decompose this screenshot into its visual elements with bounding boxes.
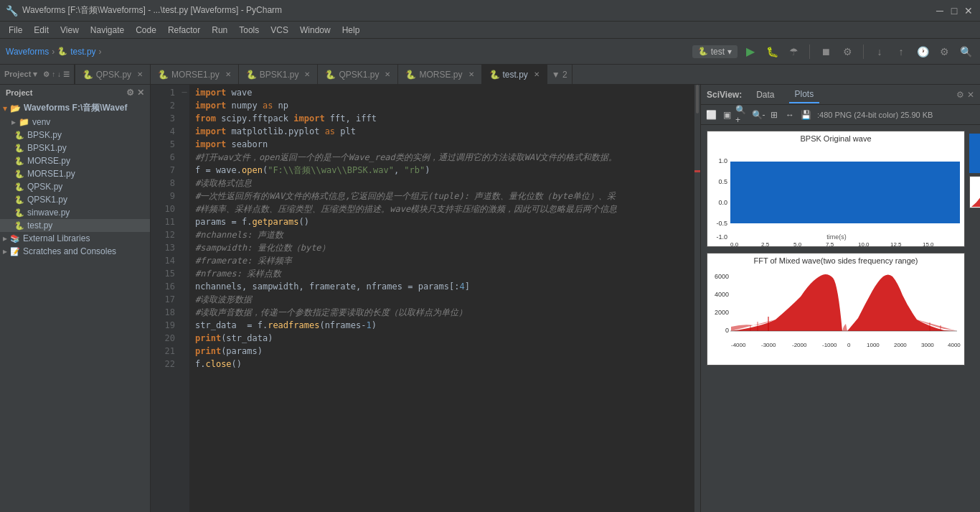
- menu-window[interactable]: Window: [294, 24, 336, 37]
- zoom-width-button[interactable]: ↔: [783, 108, 797, 122]
- tab-overflow[interactable]: ▼ 2: [547, 65, 573, 85]
- tab-bpsk1[interactable]: 🐍 BPSK1.py ✕: [239, 65, 319, 85]
- sidebar-item-waveforms-root[interactable]: ▾ 📂 Waveforms F:\音频\Wavef: [0, 101, 150, 116]
- sciview-close-icon[interactable]: ✕: [967, 90, 974, 100]
- tab-qpsk-close[interactable]: ✕: [137, 70, 143, 78]
- breadcrumb-file-icon: 🐍: [57, 47, 67, 56]
- close-button[interactable]: ✕: [963, 5, 974, 17]
- settings-button[interactable]: ⚙: [936, 43, 953, 60]
- sciview-tab-data[interactable]: Data: [750, 87, 780, 103]
- coverage-button[interactable]: ☂: [785, 43, 802, 60]
- sidebar-item-test[interactable]: 🐍 test.py: [0, 219, 150, 232]
- menu-run[interactable]: Run: [206, 24, 233, 37]
- chart2-title: FFT of Mixed wave(two sides frequency ra…: [707, 253, 964, 268]
- run-button[interactable]: ▶: [742, 43, 759, 60]
- tab-bpsk1-close[interactable]: ✕: [304, 70, 310, 78]
- tab-qpsk[interactable]: 🐍 QPSK.py ✕: [75, 65, 151, 85]
- menu-bar: File Edit View Navigate Code Refactor Ru…: [0, 22, 980, 39]
- minimize-button[interactable]: ─: [934, 5, 946, 17]
- stop-button[interactable]: ⏹: [817, 43, 834, 60]
- editor-content[interactable]: 1234 5678 9101112 13141516 17181920 2122…: [151, 85, 700, 512]
- svg-text:4000: 4000: [948, 342, 961, 348]
- code-editor[interactable]: import wave import numpy as np from scip…: [189, 85, 694, 512]
- save-image-button[interactable]: 💾: [798, 108, 813, 122]
- sciview-images-area: BPSK Original wave 1.0 0.5 0.0 -0.5 -1.0…: [701, 125, 980, 512]
- breadcrumb-sep2: ›: [99, 47, 102, 57]
- tab-qpsk-label: QPSK.py: [96, 70, 131, 80]
- actual-size-button[interactable]: ▣: [720, 108, 734, 122]
- tab-qpsk1-close[interactable]: ✕: [385, 70, 390, 78]
- zoom-in-button[interactable]: 🔍+: [735, 108, 750, 122]
- tab-qpsk1[interactable]: 🐍 QPSK1.py ✕: [318, 65, 398, 85]
- sidebar-item-sinwave[interactable]: 🐍 sinwave.py: [0, 206, 150, 219]
- menu-navigate[interactable]: Navigate: [85, 24, 130, 37]
- python-file-icon7: 🐍: [14, 208, 24, 218]
- sidebar-item-scratches-label: Scratches and Consoles: [23, 246, 116, 256]
- git-update-button[interactable]: ↓: [871, 43, 888, 60]
- python-file-icon3: 🐍: [14, 157, 24, 166]
- fit-page-button[interactable]: ⬜: [704, 108, 718, 122]
- sidebar-item-morse1[interactable]: 🐍 MORSE1.py: [0, 167, 150, 180]
- svg-text:5.0: 5.0: [793, 241, 802, 246]
- sidebar-settings-icon[interactable]: ⚙: [126, 88, 134, 98]
- tab-test-close[interactable]: ✕: [534, 70, 540, 78]
- tab-qpsk-icon: 🐍: [83, 70, 93, 80]
- menu-edit[interactable]: Edit: [28, 24, 55, 37]
- tab-project[interactable]: Project ▾ ⚙ ↑ ↓ ☰: [0, 65, 75, 85]
- editor-scrollbar[interactable]: [694, 85, 700, 512]
- debug-button[interactable]: 🐛: [763, 43, 781, 60]
- toolbar: Waveforms › 🐍 test.py › 🐍 test ▾ ▶ 🐛 ☂ ⏹…: [0, 39, 980, 65]
- svg-text:time(s): time(s): [826, 233, 847, 241]
- python-file-icon8: 🐍: [14, 221, 24, 231]
- sidebar-item-ext-libs[interactable]: ▸ 📚 External Libraries: [0, 232, 150, 245]
- svg-text:3000: 3000: [921, 342, 934, 348]
- menu-vcs[interactable]: VCS: [265, 24, 294, 37]
- sciview-settings-icon[interactable]: ⚙: [956, 90, 964, 100]
- sidebar-item-test-label: test.py: [27, 220, 52, 231]
- svg-text:2.5: 2.5: [761, 241, 770, 246]
- sidebar-item-bpsk[interactable]: 🐍 BPSK.py: [0, 129, 150, 141]
- sidebar-item-morse[interactable]: 🐍 MORSE.py: [0, 154, 150, 167]
- menu-view[interactable]: View: [55, 24, 85, 37]
- search-everywhere-button[interactable]: 🔍: [957, 43, 974, 60]
- svg-rect-13: [730, 162, 960, 223]
- git-history-button[interactable]: 🕐: [914, 43, 931, 60]
- svg-text:0: 0: [725, 327, 729, 334]
- maximize-button[interactable]: □: [948, 5, 960, 17]
- tab-morse1-close[interactable]: ✕: [225, 70, 231, 78]
- sciview-title: SciView:: [707, 90, 742, 100]
- thumbnail-bpsk[interactable]: [969, 134, 980, 173]
- zoom-out-button[interactable]: 🔍-: [751, 108, 765, 122]
- menu-code[interactable]: Code: [130, 24, 162, 37]
- scratches-icon: 📝: [10, 247, 20, 256]
- svg-text:-0.5: -0.5: [716, 220, 727, 227]
- sidebar-item-sinwave-label: sinwave.py: [27, 208, 70, 218]
- sidebar-item-qpsk[interactable]: 🐍 QPSK.py: [0, 180, 150, 193]
- build-button[interactable]: ⚙: [839, 43, 856, 60]
- sidebar-close-icon[interactable]: ✕: [137, 88, 144, 98]
- menu-help[interactable]: Help: [336, 24, 366, 37]
- tab-test[interactable]: 🐍 test.py ✕: [482, 65, 547, 85]
- sidebar-item-venv[interactable]: ▸ 📁 venv: [0, 116, 150, 129]
- menu-tools[interactable]: Tools: [233, 24, 265, 37]
- menu-file[interactable]: File: [3, 24, 28, 37]
- sidebar-item-morse1-label: MORSE1.py: [27, 169, 75, 179]
- sciview-tab-plots[interactable]: Plots: [789, 86, 820, 103]
- tab-morse[interactable]: 🐍 MORSE.py ✕: [398, 65, 481, 85]
- tab-morse-close[interactable]: ✕: [468, 70, 474, 78]
- tab-morse1[interactable]: 🐍 MORSE1.py ✕: [151, 65, 239, 85]
- breadcrumb-waveforms[interactable]: Waveforms: [6, 47, 49, 57]
- sidebar-item-qpsk1[interactable]: 🐍 QPSK1.py: [0, 193, 150, 206]
- sidebar-tree: ▾ 📂 Waveforms F:\音频\Wavef ▸ 📁 venv 🐍 BPS…: [0, 101, 150, 512]
- sidebar-item-scratches[interactable]: ▸ 📝 Scratches and Consoles: [0, 245, 150, 258]
- zoom-fit-button[interactable]: ⊞: [767, 108, 781, 122]
- sidebar-item-bpsk-label: BPSK.py: [27, 130, 62, 140]
- thumbnail-fft[interactable]: [969, 176, 980, 208]
- git-push-button[interactable]: ↑: [892, 43, 910, 60]
- menu-refactor[interactable]: Refactor: [162, 24, 206, 37]
- sidebar-item-bpsk1[interactable]: 🐍 BPSK1.py: [0, 141, 150, 154]
- python-file-icon: 🐍: [14, 131, 24, 140]
- breadcrumb-testpy[interactable]: test.py: [70, 47, 95, 57]
- run-config[interactable]: 🐍 test ▾: [692, 45, 738, 58]
- svg-text:2000: 2000: [715, 309, 729, 316]
